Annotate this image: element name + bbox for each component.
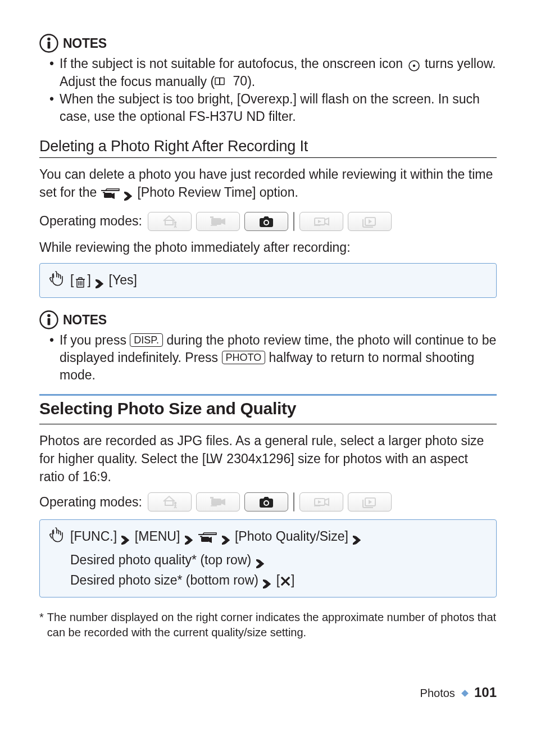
paragraph: While reviewing the photo immediately af…	[39, 239, 497, 257]
arrow-icon	[222, 536, 230, 545]
rule	[39, 424, 497, 424]
page-number: 101	[474, 685, 497, 700]
paragraph: Photos are recorded as JPG files. As a g…	[39, 432, 497, 486]
step-content: [] [Yes]	[70, 270, 488, 291]
lw-glyph: LW	[206, 451, 223, 466]
text: Desired photo quality* (top row)	[70, 553, 251, 567]
step-content: [FUNC.] [MENU] [Photo Quality/Size] Desi…	[70, 527, 488, 590]
operating-modes-row: Operating modes:	[39, 212, 497, 231]
separator	[293, 492, 294, 511]
touch-icon	[48, 270, 65, 287]
arrow-icon	[263, 580, 271, 588]
page-footer: Photos 101	[39, 685, 497, 700]
focus-icon	[408, 60, 420, 72]
mode-photo-chip	[244, 212, 288, 231]
diamond-icon	[462, 690, 469, 697]
text: [FUNC.]	[70, 529, 117, 544]
text: When the subject is too bright, [Overexp…	[60, 92, 480, 124]
arrow-icon	[96, 279, 104, 288]
notes-list: If you press DISP. during the photo revi…	[49, 332, 497, 384]
notes-heading: NOTES	[39, 310, 497, 329]
operating-modes-row: Operating modes:	[39, 492, 497, 511]
touch-icon	[48, 527, 65, 544]
mode-auto-chip	[148, 492, 192, 511]
info-icon	[39, 34, 58, 53]
photo-key: PHOTO	[222, 351, 266, 364]
list-item: If you press DISP. during the photo revi…	[49, 332, 497, 384]
operating-modes-label: Operating modes:	[39, 495, 142, 510]
mode-photo-play-chip	[348, 492, 392, 511]
mode-movie-play-chip	[299, 492, 343, 511]
footnote: * The number displayed on the right corn…	[39, 610, 497, 640]
footnote-marker: *	[39, 610, 44, 640]
list-item: When the subject is too bright, [Overexp…	[49, 90, 497, 125]
page-reference: 70	[215, 73, 247, 90]
text: [Photo Quality/Size]	[235, 529, 348, 544]
paragraph: You can delete a photo you have just rec…	[39, 166, 497, 205]
rule	[39, 157, 497, 158]
text: If the subject is not suitable for autof…	[60, 56, 407, 71]
text: ).	[247, 74, 255, 89]
text: [	[70, 273, 74, 287]
mode-movie-chip	[196, 212, 240, 231]
info-icon	[39, 310, 58, 329]
mode-auto-chip	[148, 212, 192, 231]
arrow-icon	[121, 536, 130, 545]
touch-step-box: [] [Yes]	[39, 263, 497, 298]
mode-movie-chip	[196, 492, 240, 511]
trash-icon	[75, 276, 86, 288]
arrow-icon	[185, 536, 193, 545]
arrow-icon	[124, 192, 133, 201]
section-heading-delete: Deleting a Photo Right After Recording I…	[39, 138, 497, 155]
mode-movie-play-chip	[299, 212, 343, 231]
mode-chips	[148, 492, 392, 511]
footnote-text: The number displayed on the right corner…	[47, 610, 497, 640]
touch-step-box: [FUNC.] [MENU] [Photo Quality/Size] Desi…	[39, 519, 497, 597]
operating-modes-label: Operating modes:	[39, 214, 142, 229]
ref-page: 70	[233, 73, 248, 90]
menu-tab-icon	[101, 187, 120, 205]
book-icon	[215, 76, 225, 86]
text: [	[276, 573, 280, 587]
mode-photo-play-chip	[348, 212, 392, 231]
notes-label: NOTES	[63, 313, 107, 328]
text: Desired photo size* (bottom row)	[70, 573, 258, 587]
mode-photo-chip	[244, 492, 288, 511]
rule	[39, 394, 497, 399]
notes-label: NOTES	[63, 36, 107, 51]
notes-list: If the subject is not suitable for autof…	[49, 55, 497, 125]
close-icon	[281, 577, 290, 586]
text: ]	[87, 273, 90, 287]
text: [MENU]	[135, 529, 180, 544]
arrow-icon	[353, 536, 361, 545]
separator	[293, 212, 294, 231]
list-item: If the subject is not suitable for autof…	[49, 55, 497, 90]
text: ]	[291, 573, 294, 587]
footer-section: Photos	[420, 687, 455, 699]
mode-chips	[148, 212, 392, 231]
text: [Photo Review Time] option.	[137, 185, 298, 200]
disp-key: DISP.	[130, 333, 163, 347]
text: [Yes]	[109, 273, 137, 287]
menu-tab-icon	[198, 530, 217, 550]
arrow-icon	[256, 559, 265, 568]
text: If you press	[60, 333, 130, 347]
notes-heading: NOTES	[39, 34, 497, 53]
section-heading-size: Selecting Photo Size and Quality	[39, 399, 497, 418]
